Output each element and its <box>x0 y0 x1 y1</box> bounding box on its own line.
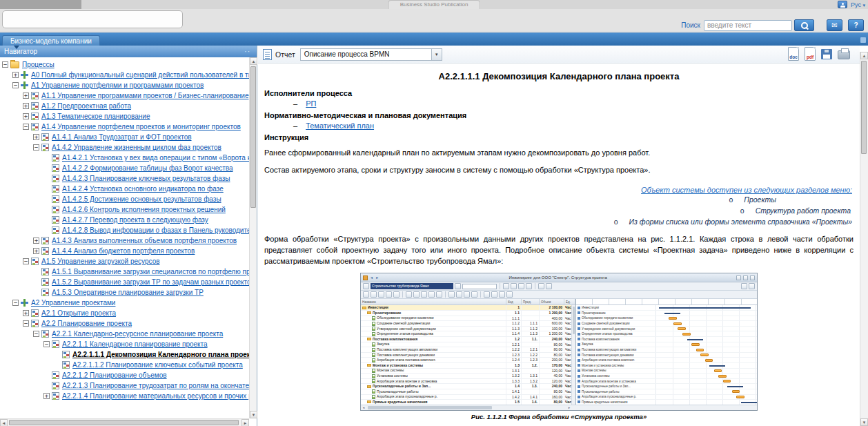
tree-item-link[interactable]: A1.4.2.5 Достижение основных результатов… <box>62 195 221 203</box>
task-icon <box>372 369 375 373</box>
tree-item-link[interactable]: A1.4.2.3 Планирование ключевых результат… <box>62 175 230 182</box>
document-vertical-scrollbar[interactable]: ▲ ▼ <box>860 52 868 426</box>
tree-item-link[interactable]: A1.4.2.2 Формирование таблицы фаз Ворот … <box>62 164 233 172</box>
tree-item-link[interactable]: A1.5.2 Выравнивание загрузки ТР по задач… <box>52 278 249 286</box>
tree-item-link[interactable]: A2.1 Открытие проекта <box>41 309 116 317</box>
tree-item-link[interactable]: A2.2.1.1.1 Декомпозиция Календарного пла… <box>72 351 249 358</box>
toolbar-button <box>393 291 400 298</box>
figure-table-row: Обследование передачи косметики1.1.1400,… <box>361 316 575 322</box>
tree-item-link[interactable]: A1.2 Предпроектная работа <box>41 102 131 110</box>
task-name: Закупка <box>377 342 389 347</box>
tree-item-link[interactable]: A2.2.1.1.2 Планирование ключевых событий… <box>72 361 243 369</box>
figure-table-row: Апробация этапа пусконаладочные р.1.4.21… <box>361 395 575 400</box>
expand-icon[interactable]: + <box>23 310 29 316</box>
bar-options-button[interactable] <box>860 37 866 43</box>
tab-business-model[interactable]: Бизнес-модель компании <box>2 35 100 46</box>
language-selector[interactable]: Рус ▾ <box>851 1 865 8</box>
document-link[interactable]: Тематический план <box>306 122 374 130</box>
collapse-icon[interactable]: − <box>23 258 29 264</box>
tree-item-link[interactable]: A1.5 Управление загрузкой ресурсов <box>41 258 160 265</box>
tree-item-link[interactable]: A1.4.2.7 Перевод проекта в следующую фаз… <box>62 216 208 224</box>
search-button[interactable] <box>794 19 814 31</box>
chevron-down-icon[interactable]: ▼ <box>431 49 442 60</box>
search-input[interactable] <box>704 20 792 31</box>
collapse-icon[interactable]: − <box>33 144 39 151</box>
login-button[interactable] <box>838 1 847 8</box>
tree-item-link[interactable]: A1 Управление портфелями и программами п… <box>31 81 204 89</box>
gantt-bar <box>705 359 713 362</box>
print-button[interactable] <box>838 50 850 59</box>
report-type-select[interactable]: Описание процесса BPMN ▼ <box>300 48 442 61</box>
expand-icon[interactable]: + <box>23 113 29 119</box>
tree-item-link[interactable]: A1.5.3 Оперативное планирование загрузки… <box>52 289 204 296</box>
tree-item-link[interactable]: A2.2 Планирование проекта <box>41 320 132 327</box>
scroll-up-icon[interactable]: ▲ <box>250 57 257 65</box>
scroll-right-icon[interactable]: ► <box>241 419 249 426</box>
tree-item-link[interactable]: A2.2.1 Календарно-ресурсное планирование… <box>52 330 223 338</box>
collapse-icon[interactable]: − <box>43 341 50 347</box>
separator <box>402 291 403 298</box>
help-button[interactable]: ? <box>848 19 864 31</box>
tree-item-link[interactable]: A1.4 Управление портфелем проектов и мон… <box>41 123 241 130</box>
tree-item-link[interactable]: A1.1 Управление программами проектов / Б… <box>41 92 248 99</box>
collapse-icon[interactable]: − <box>33 331 39 337</box>
figure-column-header: Код <box>506 299 522 304</box>
export-doc-button[interactable]: doc <box>788 47 799 61</box>
scroll-down-icon[interactable]: ▼ <box>860 418 868 426</box>
expand-icon[interactable]: + <box>23 93 29 99</box>
tree-item: −Процессы <box>0 59 249 70</box>
collapse-icon[interactable]: − <box>12 300 19 306</box>
task-cell: 600,00 <box>540 321 564 326</box>
mail-button[interactable]: ✉ <box>827 19 842 31</box>
menu-path-link[interactable]: Объект системы доступен из следующих раз… <box>641 186 852 194</box>
scrollbar-thumb[interactable] <box>9 420 239 425</box>
collapse-icon[interactable]: − <box>2 61 8 68</box>
tree-item-link[interactable]: A1.4.1 Анализ Трудозатрат и ФОТ проектов <box>52 133 192 141</box>
paragraph: Форма обработки «Структура проекта» с пр… <box>264 234 854 267</box>
resource-icon <box>578 364 580 367</box>
tree-item-link[interactable]: A2 Управление проектами <box>31 299 115 307</box>
save-button[interactable] <box>821 49 832 59</box>
navigator-vertical-scrollbar[interactable]: ▲ ▼ <box>249 57 257 418</box>
toolbar-button <box>413 291 420 298</box>
export-pdf-button[interactable]: pdf <box>805 47 816 61</box>
tree-item-link[interactable]: A1.4.2.6 Контроль исполнения проектных р… <box>62 206 226 213</box>
process-icon <box>41 144 49 151</box>
tree-item-link[interactable]: A2.2.1.1 Календарное планирование проект… <box>62 340 208 348</box>
tree-item: A2.2.1.1.2 Планирование ключевых событий… <box>0 360 249 370</box>
collapse-icon[interactable]: − <box>23 124 29 130</box>
executor-link[interactable]: РП <box>306 99 316 108</box>
toolbar-button <box>464 291 470 298</box>
tree-item-link[interactable]: A1.4.2.8 Вывод информации о фазах в Пане… <box>62 226 249 234</box>
expand-icon[interactable]: + <box>33 134 39 140</box>
process-icon <box>31 113 39 120</box>
scroll-down-icon[interactable]: ▼ <box>250 411 257 418</box>
tree-item-link[interactable]: A1.4.3 Анализ выполненных объемов портфе… <box>52 237 237 244</box>
tree-item-link[interactable]: A1.5.1 Выравнивание загрузки специалисто… <box>52 268 249 275</box>
tree-item-link[interactable]: Процессы <box>22 61 55 68</box>
tree-item-link[interactable]: A1.4.2.1 Установка у вех вида операции с… <box>62 154 249 162</box>
tree-item-link[interactable]: A1.4.2 Управление жизненным циклом фаз п… <box>52 144 221 151</box>
tree-item-link[interactable]: A2.2.1.4 Планирование материальных ресур… <box>62 392 249 400</box>
navigator-horizontal-scrollbar[interactable]: ◄ ► <box>0 418 249 426</box>
tree-item-link[interactable]: A2.2.1.3 Планирование трудозатрат по рол… <box>62 382 249 389</box>
publication-tab[interactable]: Business Studio Publication <box>388 0 480 9</box>
tree-item-link[interactable]: A1.4.4 Анализ бюджетов портфеля проектов <box>52 247 195 255</box>
collapse-panel-button[interactable]: ·· <box>244 46 250 57</box>
tree-item-link[interactable]: A2.2.1.2 Планирование объемов <box>62 371 167 379</box>
paragraph: Состав актируемого этапа, сроки и структ… <box>264 165 854 176</box>
scroll-left-icon[interactable]: ◄ <box>0 419 8 426</box>
scrollbar-thumb[interactable] <box>250 66 256 208</box>
tree-item-link[interactable]: A1.4.2.4 Установка основного индикатора … <box>62 185 224 193</box>
expand-icon[interactable]: + <box>33 248 39 254</box>
expand-icon[interactable]: + <box>12 72 19 78</box>
scrollbar-thumb[interactable] <box>861 61 867 154</box>
expand-icon[interactable]: + <box>23 103 29 109</box>
expand-icon[interactable]: + <box>33 238 39 244</box>
tree-item-link[interactable]: A1.3 Тематическое планирование <box>41 113 150 120</box>
collapse-icon[interactable]: − <box>12 82 19 88</box>
collapse-icon[interactable]: − <box>23 320 29 327</box>
scroll-up-icon[interactable]: ▲ <box>860 52 868 59</box>
tree-item-link[interactable]: A0 Полный функциональный сценарий действ… <box>31 71 249 79</box>
expand-icon[interactable]: + <box>43 393 50 399</box>
